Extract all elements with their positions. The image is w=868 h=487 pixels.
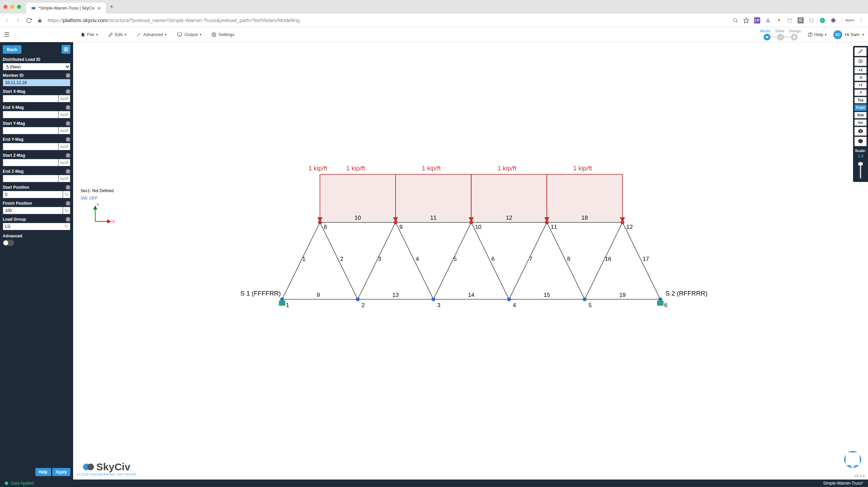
menu-file[interactable]: File▾ <box>81 32 98 37</box>
workflow-steps: Model Solve Design <box>760 29 801 40</box>
help-button[interactable]: Help▾ <box>808 32 827 37</box>
svg-text:+: + <box>821 19 823 22</box>
window-close-icon[interactable] <box>3 5 7 9</box>
file-icon <box>81 32 85 37</box>
extension-fire-icon[interactable] <box>776 17 782 23</box>
step-design-icon[interactable] <box>791 34 798 40</box>
extension-calendar-icon[interactable] <box>787 17 793 23</box>
browser-back-button[interactable] <box>4 17 10 23</box>
menu-advanced[interactable]: Advanced▾ <box>136 32 167 37</box>
browser-forward-button[interactable] <box>15 17 21 23</box>
browser-menu-icon[interactable]: ⋮ <box>858 17 864 23</box>
svg-point-15 <box>213 34 215 35</box>
svg-point-2 <box>733 18 736 21</box>
user-menu[interactable]: SC Hi Sam ▾ <box>833 30 864 39</box>
url-text[interactable]: https://platform.skyciv.com/structural?p… <box>48 17 728 23</box>
tab-close-icon[interactable]: ✕ <box>97 6 101 11</box>
address-bar: https://platform.skyciv.com/structural?p… <box>0 14 868 27</box>
extension-diamond-icon[interactable] <box>830 17 836 23</box>
svg-rect-5 <box>788 19 792 22</box>
svg-point-1 <box>33 7 35 10</box>
hamburger-icon[interactable]: ☰ <box>4 31 10 38</box>
workflow-model-label[interactable]: Model <box>760 29 770 33</box>
svg-rect-13 <box>178 33 182 35</box>
gear-icon <box>212 32 216 37</box>
wand-icon <box>136 32 141 37</box>
pencil-icon <box>108 32 113 37</box>
svg-marker-4 <box>744 18 749 23</box>
svg-point-7 <box>809 18 813 22</box>
browser-search-icon[interactable] <box>732 17 738 23</box>
menu-settings[interactable]: Settings <box>212 32 234 37</box>
svg-marker-10 <box>831 18 836 23</box>
app-toolbar: ☰ File▾ Edit▾ Advanced▾ Output▾ Settings… <box>0 27 868 42</box>
user-greeting: Hi Sam <box>845 32 859 37</box>
window-min-icon[interactable] <box>10 5 14 9</box>
step-solve-icon[interactable] <box>777 34 784 40</box>
menu-output[interactable]: Output▾ <box>177 32 201 37</box>
lock-icon <box>37 17 43 23</box>
browser-tab[interactable]: *Simple-Warren-Truss | SkyCiv ✕ <box>26 3 106 14</box>
workflow-solve-label[interactable]: Solve <box>775 29 785 33</box>
svg-line-3 <box>736 21 737 22</box>
monitor-icon <box>177 32 182 37</box>
tab-title: *Simple-Warren-Truss | SkyCiv <box>38 6 95 11</box>
svg-rect-16 <box>766 36 768 38</box>
extension-circle-icon[interactable] <box>808 17 815 23</box>
window-max-icon[interactable] <box>17 5 21 9</box>
svg-point-19 <box>810 35 810 36</box>
user-avatar: SC <box>833 30 842 39</box>
svg-rect-17 <box>793 36 795 38</box>
extension-lh-icon[interactable]: LH <box>754 17 760 23</box>
menu-edit[interactable]: Edit▾ <box>108 32 126 37</box>
question-icon <box>808 32 813 37</box>
tab-favicon-icon <box>31 6 36 11</box>
extension-g-icon[interactable]: G <box>798 17 804 23</box>
workflow-design-label[interactable]: Design <box>789 29 801 33</box>
step-model-icon[interactable] <box>764 34 770 40</box>
browser-chrome: *Simple-Warren-Truss | SkyCiv ✕ + <box>0 0 868 14</box>
extension-teal-icon[interactable]: + <box>819 17 825 23</box>
browser-reload-button[interactable] <box>26 17 32 23</box>
extension-cloud-icon[interactable] <box>765 17 771 23</box>
bookmark-star-icon[interactable] <box>743 17 749 23</box>
new-tab-button[interactable]: + <box>110 3 114 11</box>
extension-skyciv-icon[interactable]: SkyCiv <box>847 17 853 23</box>
